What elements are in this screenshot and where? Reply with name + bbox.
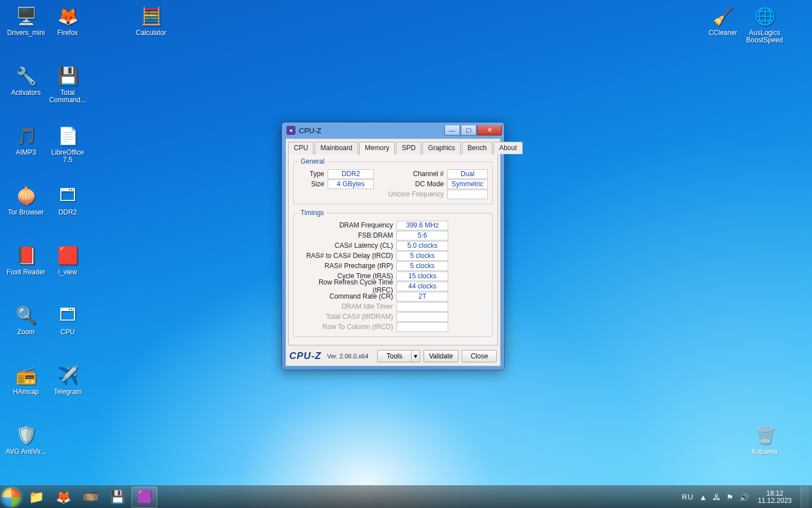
taskbar-mpc[interactable]: 🎞️: [77, 487, 103, 508]
app-icon: 🔧: [14, 63, 38, 88]
start-button[interactable]: [0, 486, 23, 509]
label-type: Type: [298, 170, 324, 178]
show-desktop-button[interactable]: [801, 486, 809, 509]
icon-label: Tor Browser: [5, 209, 47, 216]
close-button[interactable]: ✕: [477, 125, 502, 135]
app-icon: 💾: [55, 63, 80, 88]
icon-label: Zoom: [5, 329, 47, 336]
value-uncore: [447, 190, 488, 199]
taskbar-explorer[interactable]: 📁: [23, 487, 49, 508]
desktop-icon-auslogics-boostspeed[interactable]: 🌐AusLogics BoostSpeed: [743, 3, 786, 44]
tab-bench[interactable]: Bench: [462, 142, 492, 154]
window-controls: — ▢ ✕: [444, 125, 502, 135]
app-icon: 🧮: [139, 3, 164, 28]
timing-label: FSB:DRAM: [298, 231, 393, 239]
icon-label: CCleaner: [701, 29, 744, 37]
app-icon: 🗔: [55, 183, 80, 208]
app-icon: 🗔: [55, 303, 80, 327]
desktop-icon-корзина[interactable]: 🗑️Корзина: [743, 422, 786, 456]
timing-row: RAS# to CAS# Delay (tRCD)5 clocks: [298, 251, 488, 261]
desktop-icon-aimp3[interactable]: 🎵AIMP3: [5, 123, 47, 156]
desktop-icon-foxit-reader[interactable]: 📕Foxit Reader: [5, 243, 47, 276]
timing-value: 399.6 MHz: [396, 221, 448, 230]
close-action-button[interactable]: Close: [462, 350, 497, 362]
label-size: Size: [298, 180, 324, 188]
tab-about[interactable]: About: [493, 142, 522, 154]
system-tray: RU ▲ 🖧 ⚑ 🔊 18:12 11.12.2023: [682, 486, 812, 509]
desktop-icon-zoom[interactable]: 🔍Zoom: [5, 303, 47, 336]
tab-graphics[interactable]: Graphics: [422, 142, 461, 154]
timing-value: 15 clocks: [396, 271, 448, 281]
desktop-icon-hamcap[interactable]: 📻HAmcap: [5, 362, 47, 396]
group-general: General Type DDR2 Channel # Dual: [293, 157, 493, 204]
taskbar-firefox[interactable]: 🦊: [50, 487, 76, 508]
timing-label: DRAM Idle Timer: [298, 303, 393, 310]
tray-flag-icon[interactable]: ▲: [699, 493, 707, 502]
taskbar-clock[interactable]: 18:12 11.12.2023: [754, 490, 795, 505]
desktop-icon-activators[interactable]: 🔧Activators: [5, 63, 47, 97]
timing-value: 2T: [396, 292, 448, 301]
label-uncore: Uncore Frequency: [383, 190, 444, 198]
desktop-icon-ddr2[interactable]: 🗔DDR2: [46, 183, 89, 216]
tray-volume-icon[interactable]: 🔊: [739, 493, 749, 502]
timing-label: Row Refresh Cycle Time (tRFC): [298, 278, 393, 294]
app-icon: 🛡️: [14, 422, 38, 447]
app-icon: 🟥: [55, 243, 80, 268]
desktop-icon-firefox[interactable]: 🦊Firefox: [46, 3, 89, 37]
group-timings: Timings DRAM Frequency399.6 MHzFSB:DRAM5…: [293, 209, 493, 337]
minimize-button[interactable]: —: [444, 125, 460, 135]
timing-row: Command Rate (CR)2T: [298, 291, 488, 301]
icon-label: DDR2: [46, 209, 89, 216]
icon-label: Activators: [5, 89, 47, 97]
desktop-icon-libreoffice-7-5[interactable]: 📄LibreOffice 7.5: [46, 123, 89, 164]
timing-row: RAS# Precharge (tRP)5 clocks: [298, 261, 488, 271]
app-icon: 📄: [55, 123, 80, 148]
app-icon: 🗑️: [752, 422, 777, 447]
timing-value: 5.0 clocks: [396, 241, 448, 251]
tab-panel-memory: General Type DDR2 Channel # Dual: [288, 154, 498, 345]
icon-label: i_view: [46, 269, 89, 276]
timing-value: 5:6: [396, 231, 448, 240]
tab-spd[interactable]: SPD: [396, 142, 421, 154]
app-icon: 🎵: [14, 123, 38, 148]
timing-label: RAS# Precharge (tRP): [298, 262, 393, 270]
desktop-icon-telegram[interactable]: ✈️Telegram: [46, 362, 89, 396]
timing-row: Total CAS# (tRDRAM): [298, 312, 488, 322]
language-indicator[interactable]: RU: [682, 493, 694, 501]
desktop-icon-avg-antivir-[interactable]: 🛡️AVG AntiVir...: [5, 422, 47, 456]
tray-network-icon[interactable]: 🖧: [713, 493, 721, 502]
timing-label: RAS# to CAS# Delay (tRCD): [298, 252, 393, 260]
maximize-button[interactable]: ▢: [461, 125, 476, 135]
icon-label: LibreOffice 7.5: [46, 149, 89, 164]
desktop-icon-i-view[interactable]: 🟥i_view: [46, 243, 89, 276]
firefox-icon: 🦊: [56, 490, 71, 505]
tray-action-center-icon[interactable]: ⚑: [726, 493, 734, 502]
validate-button[interactable]: Validate: [423, 350, 458, 362]
desktop-icon-total-command-[interactable]: 💾Total Command...: [46, 63, 89, 104]
timing-row: CAS# Latency (CL)5.0 clocks: [298, 240, 488, 251]
taskbar-totalcmd[interactable]: 💾: [104, 487, 130, 508]
tools-dropdown-icon[interactable]: ▾: [411, 350, 420, 362]
tools-button[interactable]: Tools: [377, 350, 411, 362]
tab-cpu[interactable]: CPU: [288, 142, 314, 154]
timing-label: Row To Column (tRCD): [298, 323, 393, 331]
taskbar-cpuz[interactable]: 🟪: [131, 487, 157, 508]
window-footer: CPU-Z Ver. 2.08.0.x64 Tools ▾ Validate C…: [286, 348, 500, 366]
group-general-legend: General: [298, 157, 327, 165]
desktop-icon-ccleaner[interactable]: 🧹CCleaner: [701, 3, 744, 37]
mpc-icon: 🎞️: [83, 490, 98, 505]
desktop-icon-drivers-mini[interactable]: 🖥️Drivers_mini: [5, 3, 47, 37]
desktop-icon-calculator[interactable]: 🧮Calculator: [130, 3, 173, 37]
tab-mainboard[interactable]: Mainboard: [315, 142, 358, 154]
desktop-icon-tor-browser[interactable]: 🧅Tor Browser: [5, 183, 47, 216]
timing-row: Row To Column (tRCD): [298, 322, 488, 332]
app-icon: ✈️: [55, 362, 80, 387]
app-icon: 🌐: [752, 3, 777, 28]
icon-label: Calculator: [130, 29, 173, 37]
window-title: CPU-Z: [299, 126, 440, 135]
icon-label: Firefox: [46, 29, 89, 37]
timing-label: DRAM Frequency: [298, 221, 393, 229]
titlebar[interactable]: ⁕ CPU-Z — ▢ ✕: [285, 122, 501, 138]
desktop-icon-cpu[interactable]: 🗔CPU: [46, 303, 89, 336]
tab-memory[interactable]: Memory: [359, 142, 395, 154]
